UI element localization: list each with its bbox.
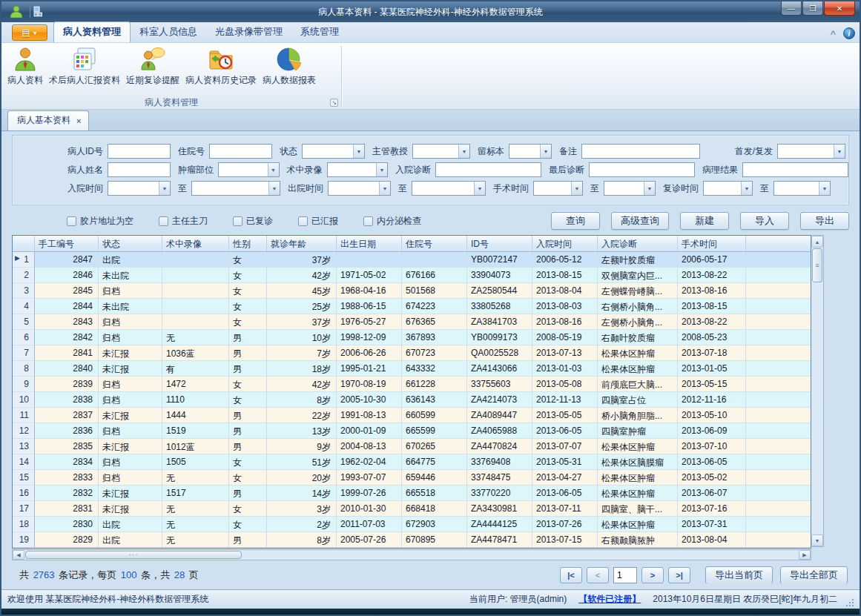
vertical-scroll-thumb[interactable]: ≡: [812, 248, 822, 282]
page-number-input[interactable]: [613, 567, 637, 583]
surgery-time-to-select[interactable]: ▼: [604, 181, 656, 196]
remark-input[interactable]: [581, 144, 700, 159]
table-row[interactable]: 122836归档1519男13岁2000-01-09665599ZA406598…: [13, 423, 811, 439]
table-row[interactable]: 182830出院无女2岁2011-07-03672903ZA4444125201…: [13, 517, 811, 532]
admission-no-input[interactable]: [209, 144, 272, 159]
dropdown-arrow-icon[interactable]: ▼: [379, 182, 390, 195]
discharge-time-from-select[interactable]: ▼: [328, 181, 391, 196]
column-header[interactable]: 就诊年龄: [267, 236, 337, 251]
professor-select[interactable]: ▼: [412, 144, 470, 159]
column-header[interactable]: 性别: [229, 236, 267, 251]
vertical-scrollbar[interactable]: ▲ ≡ ▼: [811, 235, 824, 547]
ribbon-tab-disc-video[interactable]: 光盘录像带管理: [206, 22, 291, 42]
table-row[interactable]: 82840未汇报有男18岁1995-01-21643332ZA414306620…: [13, 361, 811, 377]
followup-time-to-select[interactable]: ▼: [773, 181, 831, 196]
dropdown-arrow-icon[interactable]: ▼: [376, 163, 387, 176]
table-row[interactable]: 32845归档女45岁1968-04-16501568ZA25805442013…: [13, 283, 811, 299]
first-page-button[interactable]: |<: [560, 567, 582, 583]
revisit-reminder-button[interactable]: 近期复诊提醒: [123, 45, 182, 87]
specimen-select[interactable]: ▼: [509, 144, 552, 159]
resize-grip[interactable]: [852, 599, 854, 600]
table-row[interactable]: 142834归档1505女51岁1962-02-0466477533769408…: [13, 454, 811, 470]
checkbox-reported[interactable]: 已汇报: [298, 215, 338, 228]
table-row[interactable]: 102838归档1110女8岁2005-10-30636143ZA4214073…: [13, 392, 811, 408]
ribbon-tab-system[interactable]: 系统管理: [291, 22, 348, 42]
dropdown-arrow-icon[interactable]: ▼: [268, 182, 280, 195]
info-icon[interactable]: i: [843, 27, 855, 39]
scroll-left-icon[interactable]: ◀: [13, 550, 24, 560]
dropdown-arrow-icon[interactable]: ▼: [458, 145, 469, 158]
app-menu-button[interactable]: ▤ ▼: [12, 24, 47, 41]
followup-time-from-select[interactable]: ▼: [703, 181, 753, 196]
table-row[interactable]: 162832未汇报1517男14岁1999-07-266655183377022…: [13, 486, 811, 501]
intraop-video-select[interactable]: ▼: [327, 162, 389, 177]
close-button[interactable]: ✕: [824, 1, 855, 16]
software-registered-link[interactable]: 【软件已注册】: [578, 593, 641, 606]
tumor-site-select[interactable]: ▼: [218, 162, 280, 177]
column-header[interactable]: 入院诊断: [598, 236, 678, 251]
vertical-scroll-track[interactable]: [811, 283, 823, 534]
dropdown-arrow-icon[interactable]: ▼: [268, 163, 279, 176]
checkbox-endocrine-exam[interactable]: 内分泌检查: [363, 215, 421, 228]
export-all-pages-button[interactable]: 导出全部页: [780, 566, 848, 583]
tab-close-icon[interactable]: ×: [76, 116, 81, 125]
prev-page-button[interactable]: <: [587, 567, 609, 583]
scroll-right-icon[interactable]: ▶: [799, 550, 811, 560]
table-row[interactable]: 192829出院无男8岁2005-07-26670895ZA4478471201…: [13, 532, 811, 548]
dialog-launcher-icon[interactable]: ↘: [330, 99, 338, 107]
first-recur-select[interactable]: ▼: [777, 144, 845, 159]
checkbox-revisited[interactable]: 已复诊: [233, 215, 273, 228]
table-row[interactable]: ▶12847出院女37岁YB00721472006-05-12左额叶胶质瘤200…: [13, 252, 811, 268]
last-page-button[interactable]: >|: [668, 567, 690, 583]
dropdown-arrow-icon[interactable]: ▼: [644, 182, 655, 195]
column-header[interactable]: 手术时间: [678, 236, 746, 251]
horizontal-scroll-thumb[interactable]: ···: [25, 551, 242, 559]
patient-data-button[interactable]: 病人资料: [4, 45, 46, 87]
ribbon-tab-staff-info[interactable]: 科室人员信息: [131, 22, 206, 42]
patient-name-input[interactable]: [108, 162, 171, 177]
query-button[interactable]: 查询: [551, 212, 600, 230]
import-button[interactable]: 导入: [740, 212, 789, 230]
surgery-time-from-select[interactable]: ▼: [533, 181, 583, 196]
final-diag-input[interactable]: [589, 162, 695, 177]
table-row[interactable]: 112837未汇报1444男22岁1991-08-13660599ZA40894…: [13, 408, 811, 423]
checkbox-chief-surgeon[interactable]: 主任主刀: [159, 215, 208, 228]
column-header[interactable]: ID号: [467, 236, 532, 251]
table-row[interactable]: 42844未出院女25岁1988-06-15674223338052682013…: [13, 299, 811, 314]
table-row[interactable]: 132835未汇报1012蓝男9岁2004-08-13670265ZA44708…: [13, 439, 811, 454]
scroll-up-icon[interactable]: ▲: [811, 236, 823, 248]
admit-time-to-select[interactable]: ▼: [191, 181, 280, 196]
admit-time-from-select[interactable]: ▼: [108, 181, 171, 196]
table-row[interactable]: 52843归档女37岁1976-05-27676365ZA38417032013…: [13, 314, 811, 330]
horizontal-scrollbar[interactable]: ◀ ··· ▶: [12, 549, 811, 560]
dropdown-arrow-icon[interactable]: ▼: [571, 182, 582, 195]
ribbon-collapse-icon[interactable]: ^: [830, 28, 836, 39]
next-page-button[interactable]: >: [641, 567, 664, 583]
dropdown-arrow-icon[interactable]: ▼: [819, 182, 830, 195]
dropdown-arrow-icon[interactable]: ▼: [353, 145, 364, 158]
discharge-time-to-select[interactable]: ▼: [412, 181, 486, 196]
patient-id-input[interactable]: [108, 144, 171, 159]
column-header[interactable]: 住院号: [402, 236, 467, 251]
checkbox-film-address-empty[interactable]: 胶片地址为空: [67, 215, 133, 228]
table-row[interactable]: 22846未出院女42岁1971-05-02676166339040732013…: [13, 268, 811, 283]
table-row[interactable]: 72841未汇报1036蓝男7岁2006-06-26670723QA002552…: [13, 345, 811, 361]
ribbon-tab-patient-data[interactable]: 病人资料管理: [53, 21, 131, 42]
table-row[interactable]: 172831未汇报无女3岁2010-01-30668418ZA343098120…: [13, 501, 811, 517]
dropdown-arrow-icon[interactable]: ▼: [474, 182, 485, 195]
tab-patient-basic-info[interactable]: 病人基本资料 ×: [7, 110, 89, 130]
column-header[interactable]: 入院时间: [532, 236, 598, 251]
dropdown-arrow-icon[interactable]: ▼: [834, 145, 845, 158]
table-row[interactable]: 92839归档1472女42岁1970-08-19661228337556032…: [13, 377, 811, 392]
advanced-query-button[interactable]: 高级查询: [611, 212, 669, 230]
postop-report-button[interactable]: 术后病人汇报资料: [46, 45, 123, 87]
minimize-button[interactable]: —: [781, 1, 802, 16]
history-record-button[interactable]: 病人资料历史记录: [182, 45, 260, 87]
column-header[interactable]: 出生日期: [337, 236, 402, 251]
table-row[interactable]: 152833归档无女20岁1993-07-0765944633748475201…: [13, 470, 811, 486]
export-button[interactable]: 导出: [800, 212, 849, 230]
dropdown-arrow-icon[interactable]: ▼: [741, 182, 752, 195]
dropdown-arrow-icon[interactable]: ▼: [159, 182, 170, 195]
column-header[interactable]: 手工编号: [35, 236, 99, 251]
data-report-button[interactable]: 病人数据报表: [260, 45, 319, 87]
